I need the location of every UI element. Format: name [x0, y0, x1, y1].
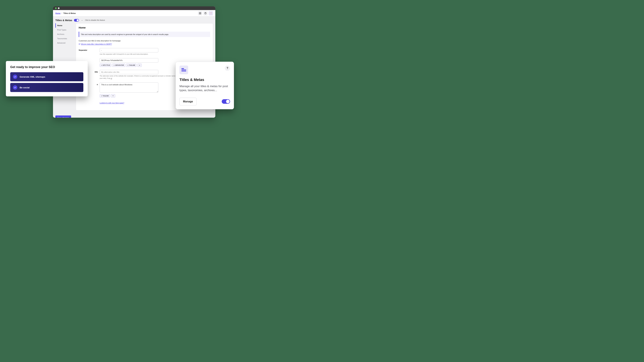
- check-icon: [13, 85, 17, 90]
- external-link-icon: [79, 43, 80, 45]
- pill-site-title[interactable]: +SITE TITLE: [100, 63, 111, 67]
- card2-heading: Titles & Metas: [180, 78, 230, 82]
- sidebar-item-archives[interactable]: Archives: [55, 32, 76, 36]
- separator-label: Separator: [79, 48, 100, 55]
- seo-tasks-card: Get ready to improve your SEO Generate X…: [6, 61, 88, 96]
- help-button[interactable]: ?: [225, 65, 230, 71]
- help-icon[interactable]: [203, 11, 208, 15]
- feature-toggle[interactable]: [74, 19, 79, 22]
- alt-title-input[interactable]: [100, 70, 158, 74]
- section-heading: Home: [79, 26, 210, 29]
- page-title: Titles & Metas: [55, 19, 72, 22]
- window-titlebar: [53, 6, 215, 10]
- task-xml-sitemaps[interactable]: Generate XML sitemaps: [10, 72, 83, 81]
- card2-description: Manage all your titles & metas for post …: [180, 84, 230, 92]
- svg-rect-5: [182, 68, 184, 69]
- arrow-left-icon: ←: [81, 19, 83, 21]
- chevron-down-icon: [139, 65, 140, 66]
- breadcrumb-separator: /: [62, 12, 62, 14]
- document-icon: [180, 65, 188, 74]
- breadcrumb-current: Titles & Metas: [64, 12, 76, 14]
- breadcrumb-home[interactable]: Home: [55, 12, 60, 14]
- page-header: Titles & Metas ← Click to disable this f…: [53, 16, 215, 23]
- sidebar-item-advanced[interactable]: Advanced: [55, 41, 76, 45]
- grid-icon[interactable]: [198, 11, 202, 15]
- titles-metas-card: ? Titles & Metas Manage all your titles …: [176, 62, 234, 109]
- pill-tagline-2[interactable]: +TAGLINE: [100, 94, 110, 97]
- separator-input[interactable]: [100, 48, 158, 52]
- separator-help: Use this separator with %%sep%% in your …: [100, 53, 180, 55]
- sidebar-item-home[interactable]: Home: [55, 23, 76, 28]
- pill-more[interactable]: [137, 63, 142, 67]
- task-be-social[interactable]: Be social: [10, 83, 83, 92]
- pill-tagline[interactable]: +TAGLINE: [126, 63, 136, 67]
- window-dot[interactable]: [55, 7, 57, 9]
- check-icon: [13, 75, 17, 79]
- serp-link-row: Wrong meta title / description in SERP?: [79, 43, 210, 45]
- topbar-actions: [198, 11, 213, 15]
- meta-desc-input[interactable]: [100, 82, 158, 92]
- task-label: Generate XML sitemaps: [20, 76, 45, 78]
- external-link-icon: [110, 78, 112, 79]
- expand-icon[interactable]: [209, 11, 213, 15]
- svg-rect-6: [182, 69, 186, 70]
- window-dot[interactable]: [58, 7, 60, 9]
- chevron-down-icon: [112, 95, 114, 96]
- topbar: Home / Titles & Metas: [53, 10, 215, 16]
- seo-card-heading: Get ready to improve your SEO: [10, 65, 83, 69]
- card-toggle[interactable]: [222, 99, 230, 104]
- site-title-input[interactable]: [100, 58, 158, 62]
- pill-separator[interactable]: +SEPARATOR: [112, 63, 125, 67]
- sidebar-item-post-types[interactable]: Post Types: [55, 28, 76, 32]
- manage-button[interactable]: Manage: [180, 98, 196, 105]
- pill-more-2[interactable]: [111, 94, 115, 97]
- alt-title-help: The alternate name of the website (for e…: [100, 75, 180, 79]
- svg-rect-7: [182, 71, 186, 71]
- serp-link[interactable]: Wrong meta title / description in SERP?: [81, 43, 112, 45]
- task-label: Be social: [20, 86, 30, 89]
- info-box: Title and meta description are used by s…: [79, 32, 210, 37]
- disable-hint: Click to disable this feature: [85, 19, 105, 21]
- customize-text: Customize your title & meta description …: [79, 40, 210, 42]
- breadcrumb: Home / Titles & Metas: [55, 12, 76, 14]
- sidebar-item-taxonomies[interactable]: Taxonomies: [55, 36, 76, 41]
- save-button[interactable]: Save changes: [55, 115, 71, 118]
- blog-page-link[interactable]: Looking to edit your blog page?: [100, 102, 124, 104]
- svg-point-4: [205, 13, 206, 14]
